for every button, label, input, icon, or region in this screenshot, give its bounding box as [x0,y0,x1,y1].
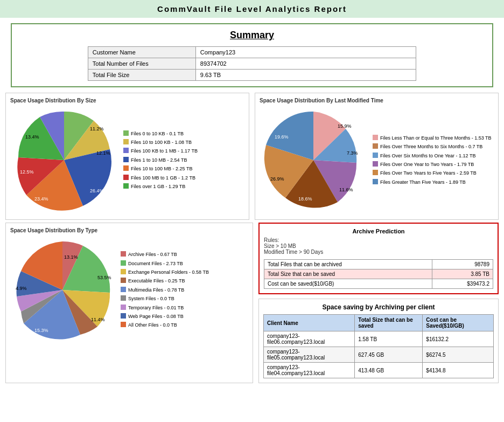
archive-row: Total Size that can be saved3.85 TB [264,269,493,279]
time-chart-content: 15.9% 7.3% 11.6% 18.6% 26.9% 19.6% Files… [260,106,494,215]
size-chart-content: 11.2% 12.1% 26.4% 23.4% 12.5% 13.4% File… [10,106,244,215]
legend-item: Files 1 to 10 MB - 2.54 TB [123,156,198,164]
summary-value: Company123 [195,47,416,58]
savings-client: company123-file06.company123.local [264,331,355,347]
summary-value: 9.63 TB [195,70,416,81]
legend-item: Files Over Two Years to Five Years - 2.5… [373,169,492,177]
legend-item: Files 100 KB to 1 MB - 1.17 TB [123,147,198,155]
legend-item: Web Page Files - 0.08 TB [121,313,209,320]
archive-row-label: Cost can be saved($10/GB) [264,279,432,289]
legend-label: Files Over Three Months to Six Months - … [380,143,482,150]
svg-text:26.4%: 26.4% [90,188,104,193]
legend-item: Files 0 to 10 KB - 0.1 TB [123,130,198,137]
summary-value: 89374702 [195,58,416,70]
legend-item: System Files - 0.0 TB [121,295,209,302]
right-section: Archive Prediction Rules: Size > 10 MB M… [258,223,499,383]
legend-label: System Files - 0.0 TB [128,295,174,302]
legend-color [123,157,129,162]
legend-label: All Other Files - 0.0 TB [128,321,177,329]
legend-item: Files 100 MB to 1 GB - 1.2 TB [123,174,198,182]
legend-color [373,143,378,149]
svg-text:12.5%: 12.5% [20,169,34,175]
summary-label: Customer Name [88,47,195,58]
legend-label: Files 10 to 100 MB - 2.25 TB [131,165,192,172]
legend-item: Executable Files - 0.25 TB [121,277,209,285]
archive-row-value: 98789 [432,260,493,269]
savings-tbody: company123-file06.company123.local1.58 T… [264,331,494,378]
archive-row: Total Files that can be archived98789 [264,260,493,269]
legend-color [123,165,129,171]
legend-label: Files Over One Year to Two Years - 1.79 … [380,161,474,168]
time-legend: Files Less Than or Equal to Three Months… [373,134,492,187]
legend-item: Files 10 to 100 KB - 1.08 TB [123,139,198,146]
size-chart-box: Space Usage Distribution By Size [5,93,249,220]
type-chart-title: Space Usage Distribution By Type [10,227,248,233]
legend-item: Document Files - 2.73 TB [121,260,209,267]
svg-text:7.3%: 7.3% [347,150,358,156]
time-pie-chart: 15.9% 7.3% 11.6% 18.6% 26.9% 19.6% [260,106,367,214]
svg-text:13.1%: 13.1% [64,254,78,260]
svg-text:12.1%: 12.1% [96,150,110,156]
legend-label: Files 100 MB to 1 GB - 1.2 TB [131,174,195,182]
legend-label: Web Page Files - 0.08 TB [128,313,184,320]
legend-label: Archive Files - 0.67 TB [128,251,177,258]
legend-item: Files over 1 GB - 1.29 TB [123,183,198,190]
svg-text:11.4%: 11.4% [91,317,105,322]
time-pie-container: 15.9% 7.3% 11.6% 18.6% 26.9% 19.6% [260,106,367,215]
legend-color [121,287,126,292]
legend-item: Multimedia Files - 0.78 TB [121,286,209,294]
legend-item: Files Greater Than Five Years - 1.89 TB [373,178,492,186]
archive-row-label: Total Size that can be saved [264,269,432,279]
legend-item: Files Over Three Months to Six Months - … [373,143,492,150]
savings-size: 413.48 GB [355,363,423,378]
svg-text:13.4%: 13.4% [25,134,39,140]
legend-label: Temporary Files - 0.01 TB [128,304,184,312]
legend-color [123,183,129,189]
summary-section: Summary Customer NameCompany123Total Num… [11,23,493,87]
legend-label: Files Less Than or Equal to Three Months… [380,134,492,142]
size-pie-chart: 11.2% 12.1% 26.4% 23.4% 12.5% 13.4% [10,106,118,214]
size-pie-container: 11.2% 12.1% 26.4% 23.4% 12.5% 13.4% [10,106,118,215]
size-legend: Files 0 to 10 KB - 0.1 TBFiles 10 to 100… [123,130,198,192]
top-charts-row: Space Usage Distribution By Size [5,93,499,220]
legend-color [121,313,126,319]
savings-header: Total Size that can be saved [355,315,423,331]
legend-label: Document Files - 2.73 TB [128,260,183,267]
type-chart-box: Space Usage Distribution By Type [5,223,253,383]
svg-text:19.6%: 19.6% [275,134,289,140]
page-header: CommVault File Level Analytics Report [0,0,504,18]
svg-text:23.4%: 23.4% [34,196,48,202]
legend-item: Temporary Files - 0.01 TB [121,304,209,312]
legend-label: Multimedia Files - 0.78 TB [128,286,184,294]
savings-thead: Client NameTotal Size that can be savedC… [264,315,494,331]
legend-label: Exchange Personal Folders - 0.58 TB [128,268,209,276]
savings-client: company123-file05.company123.local [264,347,355,363]
bottom-section: Space Usage Distribution By Type [5,223,499,383]
legend-label: Files Over Two Years to Five Years - 2.5… [380,169,477,177]
summary-label: Total File Size [88,70,195,81]
summary-row: Total File Size9.63 TB [88,70,416,81]
legend-label: Files 0 to 10 KB - 0.1 TB [131,130,184,137]
svg-text:11.2%: 11.2% [90,126,104,132]
legend-item: Exchange Personal Folders - 0.58 TB [121,268,209,276]
legend-color [121,269,126,274]
savings-client: company123-file04.company123.local [264,363,355,378]
summary-title: Summary [17,30,487,41]
header-title: CommVault File Level Analytics Report [157,4,347,13]
legend-color [123,148,129,153]
summary-row: Customer NameCompany123 [88,47,416,58]
archive-table: Total Files that can be archived98789Tot… [264,259,493,289]
legend-color [121,278,126,283]
archive-row-label: Total Files that can be archived [264,260,432,269]
size-chart-title: Space Usage Distribution By Size [10,98,244,103]
legend-color [123,139,129,144]
legend-label: Files over 1 GB - 1.29 TB [131,183,185,190]
time-chart-title: Space Usage Distribution By Last Modifie… [260,98,494,103]
svg-text:26.9%: 26.9% [270,176,284,182]
svg-text:15.3%: 15.3% [34,328,48,333]
type-chart-content: 13.1% 53.5% 11.4% 15.3% 4.9% Archive Fil… [10,236,248,345]
legend-label: Files 100 KB to 1 MB - 1.17 TB [131,147,198,155]
legend-color [123,175,129,180]
archive-row-value: $39473.2 [432,279,493,289]
legend-label: Files 10 to 100 KB - 1.08 TB [131,139,192,146]
